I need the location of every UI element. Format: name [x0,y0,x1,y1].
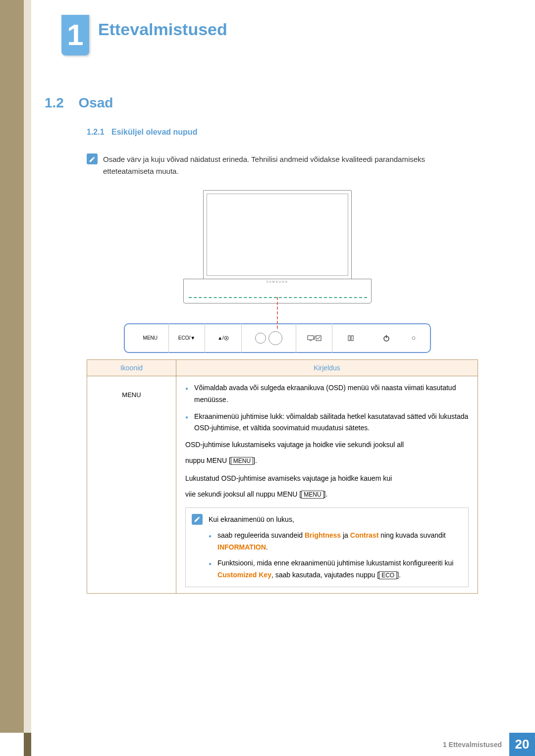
bullet-icon: ● [209,532,212,554]
callout-line-horizontal [189,297,367,298]
row-description-cell: ●Võimaldab avada või sulgeda ekraanikuva… [176,376,478,593]
eco-button-label: ECO/▼ [169,323,206,353]
monitor-diagram: SAMSUNG MENU ECO/▼ ▲/ / [119,190,436,353]
note-bullet: saab reguleerida suvandeid Brightness ja… [217,530,462,554]
left-margin-stripe-inner [24,0,31,733]
eco-key-box: ECO [379,571,397,579]
chapter-title: Ettevalmistused [98,20,227,39]
highlight-contrast: Contrast [350,531,379,539]
highlight-brightness: Brightness [305,531,341,539]
row-icon-cell: MENU [87,376,176,593]
text-fragment: saab reguleerida suvandeid [217,531,305,539]
subsection-heading: 1.2.1 Esiküljel olevad nupud [87,128,197,137]
note-intro: Kui ekraanimenüü on lukus, [209,514,462,526]
text-fragment: ning kuvada suvandit [378,531,445,539]
brand-mark: SAMSUNG [184,280,371,283]
volume-button-icon [332,323,369,353]
page-number: 20 [509,733,535,756]
bullet-icon: ● [185,413,188,435]
menu-key-box: MENU [301,491,323,499]
svg-rect-5 [348,336,350,341]
monitor-bezel: SAMSUNG [183,279,372,303]
intro-text: Osade värv ja kuju võivad näidatust erin… [103,153,475,177]
description-line: viie sekundi jooksul all nuppu MENU [MEN… [185,489,469,501]
note-box: Kui ekraanimenüü on lukus, ● saab regule… [185,507,469,587]
svg-rect-2 [308,336,314,340]
led-indicator-icon [405,323,423,353]
joystick-icon [242,323,296,353]
text-fragment: viie sekundi jooksul all nuppu MENU [ [185,490,301,498]
text-fragment: . [266,543,268,551]
highlight-information: INFORMATION [217,543,266,551]
monitor-screen [203,190,352,279]
table-header: Ikoonid Kirjeldus [87,360,478,376]
bullet-text: Võimaldab avada või sulgeda ekraanikuva … [194,382,469,406]
source-button-label: / [296,323,333,353]
note-icon [87,153,98,164]
svg-point-9 [412,337,415,340]
section-title: Osad [78,95,113,110]
text-fragment: ]. [253,456,257,464]
page-footer: 1 Ettevalmistused 20 [24,733,535,756]
note-icon [192,514,203,525]
bullet-text: Ekraanimenüü juhtimise lukk: võimaldab s… [194,411,469,435]
description-line: OSD-juhtimise lukustamiseks vajutage ja … [185,439,469,451]
controls-table: Ikoonid Kirjeldus MENU ●Võimaldab avada … [87,359,478,594]
section-heading: 1.2 Osad [45,95,113,111]
text-fragment: ]. [397,571,401,579]
note-bullet: Funktsiooni, mida enne ekraanimenüü juht… [217,557,462,581]
description-line: Lukustatud OSD-juhtimise avamiseks vajut… [185,473,469,485]
text-fragment: ]. [324,490,328,498]
chapter-tab: 1 [61,15,89,55]
svg-point-1 [225,337,227,339]
callout-line-vertical [277,297,278,329]
up-button-label: ▲/ [205,323,242,353]
svg-rect-6 [351,336,353,341]
table-row: MENU ●Võimaldab avada või sulgeda ekraan… [87,376,478,593]
menu-key-box: MENU [231,457,253,465]
subsection-title: Esiküljel olevad nupud [111,128,197,136]
subsection-number: 1.2.1 [87,128,105,136]
text-fragment: nuppu MENU [ [185,456,231,464]
description-line: nuppu MENU [MENU]. [185,455,469,467]
table-header-description: Kirjeldus [176,360,478,376]
menu-button-label: MENU [132,323,169,353]
footer-stripe [24,733,31,756]
highlight-customized-key: Customized Key [217,571,271,579]
section-number: 1.2 [45,95,64,110]
bullet-icon: ● [185,384,188,406]
power-button-icon [369,323,405,353]
table-header-icons: Ikoonid [87,360,176,376]
left-margin-stripe [0,0,24,733]
text-fragment: Funktsiooni, mida enne ekraanimenüü juht… [217,559,453,567]
text-fragment: ja [341,531,350,539]
bullet-icon: ● [209,559,212,581]
footer-text: 1 Ettevalmistused [443,741,502,749]
text-fragment: , saab kasutada, vajutades nuppu [ [271,571,379,579]
